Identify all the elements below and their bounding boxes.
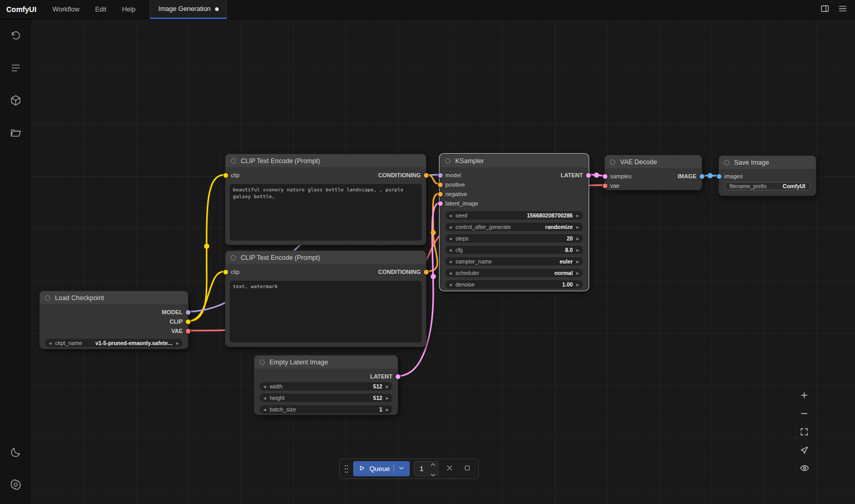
widget-seed[interactable]: ◀ seed 156680208700286 ▶ [445,211,583,220]
decrement-arrow-icon[interactable]: ◀ [449,225,452,229]
prompt-text-area[interactable]: beautiful scenery nature glass bottle la… [230,184,422,240]
increment-arrow-icon[interactable]: ▶ [386,396,389,400]
menu-workflow[interactable]: Workflow [45,0,87,19]
increment-arrow-icon[interactable]: ▶ [577,260,579,264]
node-clip-text-encode-positive[interactable]: CLIP Text Encode (Prompt) clip CONDITION… [225,154,426,245]
decrement-arrow-icon[interactable]: ◀ [449,214,452,217]
node-header[interactable]: VAE Decode [605,155,702,168]
input-port-clip[interactable] [223,173,228,178]
input-port-samples[interactable] [603,174,608,179]
node-header[interactable]: Empty Latent Image [254,356,398,369]
widget-denoise[interactable]: ◀ denoise 1.00 ▶ [445,280,583,289]
increment-arrow-icon[interactable]: ▶ [577,237,579,240]
batch-count-value[interactable]: 1 [420,465,427,473]
sidebar-item-model-library[interactable] [6,91,25,110]
input-port-latent-image[interactable] [438,201,443,206]
input-port-positive[interactable] [438,182,443,187]
tab-image-generation[interactable]: Image Generation [150,0,227,19]
input-port-negative[interactable] [438,192,443,197]
batch-count-input[interactable]: 1 [414,461,438,476]
menu-edit[interactable]: Edit [87,0,115,19]
main-menu-button[interactable] [835,2,850,17]
decrement-arrow-icon[interactable]: ◀ [263,408,266,411]
toggle-panel-button[interactable] [817,2,832,17]
widget-control-after-generate[interactable]: ◀ control_after_generate randomize ▶ [445,223,583,231]
decrement-arrow-icon[interactable]: ◀ [263,385,266,388]
node-header[interactable]: CLIP Text Encode (Prompt) [226,154,426,167]
increment-arrow-icon[interactable]: ▶ [577,248,579,252]
node-header[interactable]: KSampler [440,154,588,167]
widget-cfg[interactable]: ◀ cfg 8.0 ▶ [445,246,583,254]
collapse-dot[interactable] [45,295,50,301]
output-port-image[interactable] [700,174,704,179]
increment-arrow-icon[interactable]: ▶ [577,283,579,287]
output-port-conditioning[interactable] [424,173,429,178]
fit-view-button[interactable] [797,426,811,439]
increment-arrow-icon[interactable]: ▶ [577,271,579,275]
input-port-clip[interactable] [223,270,228,274]
prompt-text-area[interactable]: text, watermark [230,281,422,342]
input-port-model[interactable] [438,173,443,178]
decrement-arrow-icon[interactable]: ◀ [263,396,266,400]
node-load-checkpoint[interactable]: Load Checkpoint MODEL CLIP VAE ◀ ckpt_na… [39,291,188,349]
widget-steps[interactable]: ◀ steps 20 ▶ [445,234,583,243]
increment-arrow-icon[interactable]: ▶ [577,225,579,229]
increment-arrow-icon[interactable]: ▶ [386,385,389,388]
output-port-latent[interactable] [396,374,400,379]
decrement-arrow-icon[interactable]: ◀ [49,341,51,345]
sidebar-item-node-library[interactable] [6,59,25,78]
widget-batch-size[interactable]: ◀ batch_size 1 ▶ [260,405,392,414]
widget-width[interactable]: ◀ width 512 ▶ [260,382,392,391]
node-header[interactable]: CLIP Text Encode (Prompt) [226,251,426,264]
increment-arrow-icon[interactable]: ▶ [386,408,389,411]
menu-help[interactable]: Help [114,0,143,19]
widget-sampler-name[interactable]: ◀ sampler_name euler ▶ [445,257,583,266]
clear-queue-button[interactable] [443,462,456,476]
stepper-down-icon[interactable] [430,469,436,479]
collapse-dot[interactable] [260,360,265,365]
decrement-arrow-icon[interactable]: ◀ [449,260,452,264]
zoom-out-button[interactable] [797,407,811,421]
collapse-dot[interactable] [445,158,451,164]
decrement-arrow-icon[interactable]: ◀ [449,271,452,275]
collapse-dot[interactable] [610,159,615,165]
decrement-arrow-icon[interactable]: ◀ [449,237,452,240]
output-port-vae[interactable] [186,329,190,334]
node-empty-latent-image[interactable]: Empty Latent Image LATENT ◀ width 512 ▶ … [254,355,398,415]
output-port-conditioning[interactable] [424,270,429,274]
select-mode-button[interactable] [797,444,811,457]
node-ksampler[interactable]: KSampler model LATENT positive negative … [440,154,589,291]
output-port-clip[interactable] [186,319,190,324]
stepper-up-icon[interactable] [430,459,436,468]
widget-ckpt-name[interactable]: ◀ ckpt_name v1-5-pruned-emaonly.safete..… [45,339,183,347]
settings-button[interactable] [6,476,25,495]
toggle-links-visibility-button[interactable] [797,462,811,476]
sidebar-item-queue-history[interactable] [6,27,25,45]
node-graph-canvas[interactable]: Load Checkpoint MODEL CLIP VAE ◀ ckpt_na… [31,19,855,504]
increment-arrow-icon[interactable]: ▶ [176,341,179,345]
stop-button[interactable] [460,462,474,476]
node-header[interactable]: Save Image [719,156,816,169]
node-clip-text-encode-negative[interactable]: CLIP Text Encode (Prompt) clip CONDITION… [225,250,426,347]
output-port-model[interactable] [186,310,190,315]
node-save-image[interactable]: Save Image images filename_prefix ComfyU… [718,155,816,196]
decrement-arrow-icon[interactable]: ◀ [449,283,452,287]
zoom-in-button[interactable] [797,389,811,403]
node-vae-decode[interactable]: VAE Decode samples IMAGE vae [604,155,702,190]
decrement-arrow-icon[interactable]: ◀ [449,248,452,252]
chevron-down-icon[interactable] [398,464,405,473]
increment-arrow-icon[interactable]: ▶ [577,214,579,217]
collapse-dot[interactable] [231,158,236,164]
queue-button[interactable]: Queue [353,461,410,476]
theme-toggle-button[interactable] [6,443,25,462]
sidebar-item-workflows[interactable] [6,124,25,143]
output-port-latent[interactable] [586,173,591,178]
widget-filename-prefix[interactable]: filename_prefix ComfyUI [724,182,811,190]
collapse-dot[interactable] [724,160,729,165]
widget-scheduler[interactable]: ◀ scheduler normal ▶ [445,269,583,277]
node-header[interactable]: Load Checkpoint [40,291,188,304]
input-port-vae[interactable] [603,184,608,188]
input-port-images[interactable] [717,174,722,179]
collapse-dot[interactable] [231,255,236,260]
widget-height[interactable]: ◀ height 512 ▶ [260,394,392,402]
